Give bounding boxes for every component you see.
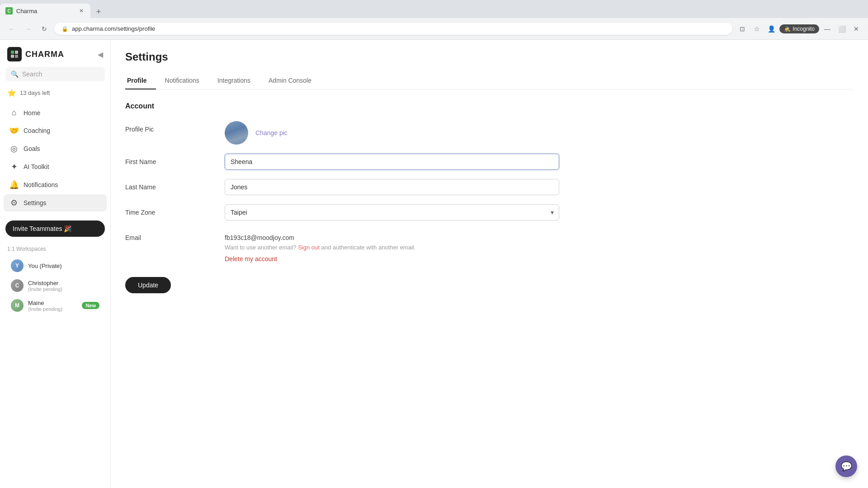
last-name-input[interactable] bbox=[225, 179, 559, 195]
tab-admin-console[interactable]: Admin Console bbox=[259, 72, 321, 89]
first-name-input[interactable] bbox=[225, 154, 559, 170]
first-name-field bbox=[225, 154, 559, 170]
tab-favicon: C bbox=[5, 7, 13, 14]
search-placeholder: Search bbox=[22, 70, 42, 78]
workspace-info-maine: Maine (Invite pending) bbox=[28, 300, 62, 312]
tab-notifications[interactable]: Notifications bbox=[156, 72, 208, 89]
page-header: Settings Profile Notifications Integrati… bbox=[111, 40, 868, 89]
chat-fab-button[interactable]: 💬 bbox=[835, 455, 857, 477]
profile-icon[interactable]: 👤 bbox=[765, 23, 778, 35]
tab-close-button[interactable]: ✕ bbox=[78, 7, 85, 14]
email-field: fb193c18@moodjoy.com Want to use another… bbox=[225, 230, 559, 263]
workspace-name-christopher: Christopher bbox=[28, 280, 62, 286]
sidebar-collapse-button[interactable]: ◀ bbox=[98, 50, 103, 59]
time-zone-row: Time Zone Taipei bbox=[125, 204, 854, 221]
cast-icon[interactable]: ⊡ bbox=[736, 23, 749, 35]
tab-integrations-label: Integrations bbox=[217, 77, 250, 84]
delete-account-button[interactable]: Delete my account bbox=[225, 255, 277, 263]
tabs: Profile Notifications Integrations Admin… bbox=[125, 72, 854, 89]
workspaces-label: 1:1 Workspaces bbox=[7, 246, 103, 252]
sidebar-item-goals[interactable]: ◎ Goals bbox=[4, 140, 107, 157]
profile-pic-container: Change pic bbox=[225, 121, 559, 145]
address-bar[interactable]: 🔒 app.charma.com/settings/profile bbox=[54, 23, 732, 35]
home-icon: ⌂ bbox=[9, 108, 19, 117]
account-section: Account Profile Pic Change pic First Nam… bbox=[111, 89, 868, 306]
tab-profile[interactable]: Profile bbox=[125, 72, 156, 89]
workspace-badge-maine: New bbox=[82, 302, 99, 309]
sidebar-item-ai-toolkit[interactable]: ✦ AI Toolkit bbox=[4, 158, 107, 175]
incognito-label: Incognito bbox=[793, 26, 815, 32]
workspace-sub-christopher: (Invite pending) bbox=[28, 286, 62, 292]
email-note-text: Want to use another email? bbox=[225, 244, 297, 251]
email-note: Want to use another email? Sign out and … bbox=[225, 244, 559, 251]
browser-action-buttons: ⊡ ☆ 👤 🕵 Incognito — ⬜ ✕ bbox=[736, 23, 863, 35]
sidebar-item-label-ai-toolkit: AI Toolkit bbox=[24, 163, 49, 170]
tab-admin-console-label: Admin Console bbox=[269, 77, 311, 84]
svg-rect-3 bbox=[15, 55, 18, 58]
workspace-info-christopher: Christopher (Invite pending) bbox=[28, 280, 62, 292]
workspace-avatar-you: Y bbox=[11, 259, 24, 272]
first-name-label: First Name bbox=[125, 154, 225, 165]
sign-out-link[interactable]: Sign out bbox=[298, 244, 320, 251]
workspace-name-maine: Maine bbox=[28, 300, 62, 306]
svg-rect-1 bbox=[15, 51, 18, 54]
notifications-icon: 🔔 bbox=[9, 180, 19, 190]
chat-fab-icon: 💬 bbox=[841, 461, 852, 472]
sidebar-logo: CHARMA ◀ bbox=[0, 40, 110, 67]
workspace-sub-maine: (Invite pending) bbox=[28, 306, 62, 312]
invite-teammates-button[interactable]: Invite Teammates 🎉 bbox=[5, 221, 105, 237]
logo-icon bbox=[7, 47, 22, 61]
close-button[interactable]: ✕ bbox=[850, 23, 863, 35]
account-section-title: Account bbox=[125, 102, 854, 110]
last-name-row: Last Name bbox=[125, 179, 854, 195]
svg-rect-0 bbox=[11, 51, 14, 54]
back-button[interactable]: ← bbox=[5, 23, 18, 35]
workspace-avatar-christopher: C bbox=[11, 279, 24, 292]
workspaces-section: 1:1 Workspaces Y You (Private) C Christo… bbox=[0, 242, 110, 317]
sidebar-search[interactable]: 🔍 Search bbox=[5, 67, 105, 81]
bookmark-icon[interactable]: ☆ bbox=[750, 23, 763, 35]
trial-icon: ⭐ bbox=[7, 89, 16, 97]
workspace-item-christopher[interactable]: C Christopher (Invite pending) bbox=[7, 276, 103, 296]
main-content: Settings Profile Notifications Integrati… bbox=[111, 40, 868, 488]
incognito-button[interactable]: 🕵 Incognito bbox=[779, 24, 819, 33]
sidebar-item-label-goals: Goals bbox=[24, 145, 40, 152]
workspace-info-you: You (Private) bbox=[28, 263, 62, 269]
email-label: Email bbox=[125, 230, 225, 241]
browser-tab-bar: C Charma ✕ + bbox=[0, 0, 868, 18]
app-wrapper: CHARMA ◀ 🔍 Search ⭐ 13 days left ⌂ Home … bbox=[0, 0, 868, 488]
email-row: Email fb193c18@moodjoy.com Want to use a… bbox=[125, 230, 854, 263]
tab-notifications-label: Notifications bbox=[165, 77, 199, 84]
avatar bbox=[225, 121, 248, 145]
update-button[interactable]: Update bbox=[125, 277, 171, 293]
first-name-row: First Name bbox=[125, 154, 854, 170]
svg-rect-2 bbox=[11, 55, 14, 58]
time-zone-field: Taipei bbox=[225, 204, 559, 221]
change-pic-button[interactable]: Change pic bbox=[255, 129, 288, 136]
sidebar-item-label-settings: Settings bbox=[24, 199, 47, 206]
tab-profile-label: Profile bbox=[127, 77, 147, 84]
lock-icon: 🔒 bbox=[61, 26, 68, 32]
workspace-item-maine[interactable]: M Maine (Invite pending) New bbox=[7, 296, 103, 315]
sidebar-item-coaching[interactable]: 🤝 Coaching bbox=[4, 122, 107, 139]
maximize-button[interactable]: ⬜ bbox=[835, 23, 848, 35]
sidebar-item-home[interactable]: ⌂ Home bbox=[4, 104, 107, 121]
time-zone-select-wrapper: Taipei bbox=[225, 204, 559, 221]
browser-active-tab[interactable]: C Charma ✕ bbox=[0, 4, 90, 18]
trial-label: 13 days left bbox=[20, 89, 50, 96]
sidebar-item-settings[interactable]: ⚙ Settings bbox=[4, 194, 107, 211]
sidebar-item-notifications[interactable]: 🔔 Notifications bbox=[4, 176, 107, 193]
new-tab-button[interactable]: + bbox=[92, 5, 105, 18]
minimize-button[interactable]: — bbox=[821, 23, 834, 35]
tab-integrations[interactable]: Integrations bbox=[208, 72, 259, 89]
last-name-label: Last Name bbox=[125, 179, 225, 191]
forward-button[interactable]: → bbox=[22, 23, 34, 35]
logo-text: CHARMA bbox=[25, 50, 64, 59]
refresh-button[interactable]: ↻ bbox=[38, 23, 51, 35]
sidebar-item-label-home: Home bbox=[24, 109, 40, 117]
workspace-avatar-maine: M bbox=[11, 299, 24, 312]
sidebar-item-label-notifications: Notifications bbox=[24, 181, 58, 188]
workspace-item-you[interactable]: Y You (Private) bbox=[7, 256, 103, 276]
browser-chrome: C Charma ✕ + ← → ↻ 🔒 app.charma.com/sett… bbox=[0, 0, 868, 40]
time-zone-select[interactable]: Taipei bbox=[225, 204, 559, 221]
